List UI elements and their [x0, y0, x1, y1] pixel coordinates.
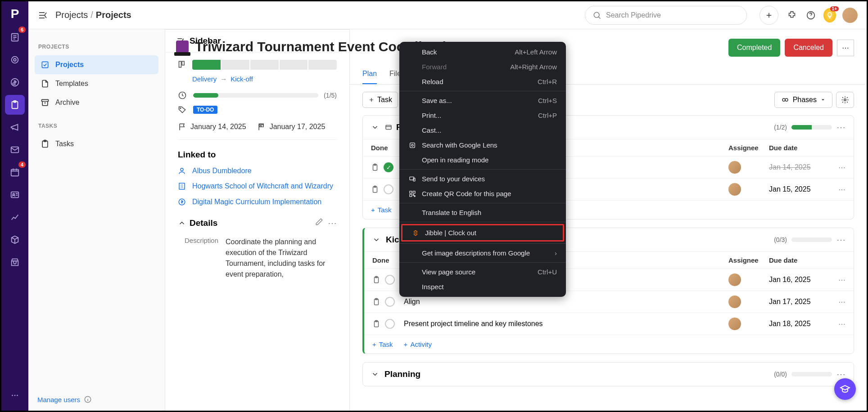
rail-mail[interactable]: [5, 140, 25, 160]
rail-projects[interactable]: [5, 95, 25, 115]
rail-activities[interactable]: 4: [5, 162, 25, 182]
check-open-icon[interactable]: [385, 319, 395, 329]
row-more[interactable]: ⋯: [827, 320, 845, 328]
ctx-back[interactable]: BackAlt+Left Arrow: [399, 45, 566, 59]
linked-deal[interactable]: Digital Magic Curriculum Implementation: [178, 197, 337, 207]
svg-rect-31: [386, 125, 391, 130]
rail-marketplace[interactable]: [5, 252, 25, 272]
more-icon[interactable]: ⋯: [328, 218, 337, 228]
row-more[interactable]: ⋯: [827, 163, 845, 172]
rail-leads[interactable]: 6: [5, 27, 25, 47]
phases-button[interactable]: Phases: [774, 92, 832, 108]
clipboard-icon: [372, 298, 380, 306]
tasks-icon: [40, 139, 50, 149]
ctx-reading-mode[interactable]: Open in reading mode: [399, 152, 566, 167]
sidebar-item-templates[interactable]: Templates: [35, 74, 158, 93]
deal-icon: [178, 198, 187, 206]
assignee-avatar[interactable]: [728, 161, 741, 174]
check-done-icon[interactable]: ✓: [384, 162, 393, 172]
phase-more[interactable]: ⋯: [836, 234, 845, 245]
end-date: January 17, 2025: [257, 122, 326, 131]
svg-rect-47: [413, 191, 415, 193]
sidebar-item-projects[interactable]: Projects: [35, 55, 158, 74]
menu-toggle-icon[interactable]: [37, 10, 48, 21]
ctx-google-lens[interactable]: Search with Google Lens: [399, 138, 566, 152]
ctx-reload[interactable]: ReloadCtrl+R: [399, 74, 566, 89]
ctx-translate[interactable]: Translate to English: [399, 205, 566, 220]
svg-point-12: [17, 395, 18, 396]
task-row[interactable]: Present project timeline and key milesto…: [364, 313, 854, 335]
plus-icon: [765, 11, 773, 19]
row-more[interactable]: ⋯: [827, 298, 845, 306]
completed-button[interactable]: Completed: [728, 39, 780, 57]
tag-badge[interactable]: TO-DO: [193, 106, 217, 114]
projects-icon: [40, 60, 50, 70]
assignee-avatar[interactable]: [728, 183, 741, 196]
linked-org[interactable]: Hogwarts School of Witchcraft and Wizard…: [178, 181, 337, 191]
add-activity-link[interactable]: + Activity: [404, 340, 432, 348]
rail-products[interactable]: [5, 230, 25, 250]
rail-insights[interactable]: [5, 207, 25, 227]
rail-focus[interactable]: [5, 50, 25, 70]
phase-more[interactable]: ⋯: [836, 122, 845, 133]
ctx-cast[interactable]: Cast...: [399, 123, 566, 138]
ctx-print[interactable]: Print...Ctrl+P: [399, 108, 566, 123]
chevron-down-icon: [820, 97, 826, 103]
ctx-qr-code[interactable]: Create QR Code for this page: [399, 186, 566, 201]
row-more[interactable]: ⋯: [827, 185, 845, 194]
ctx-jibble[interactable]: Jibble | Clock out: [402, 225, 563, 240]
rail-deals[interactable]: [5, 72, 25, 92]
ctx-view-source[interactable]: View page sourceCtrl+U: [399, 264, 566, 279]
logo[interactable]: P: [11, 7, 19, 21]
svg-rect-20: [179, 61, 181, 67]
chevron-down-icon[interactable]: [372, 236, 380, 244]
check-open-icon[interactable]: [385, 297, 395, 307]
sidebar-item-tasks[interactable]: Tasks: [35, 134, 158, 153]
ctx-forward: ForwardAlt+Right Arrow: [399, 59, 566, 74]
extensions-icon[interactable]: [786, 9, 798, 22]
sidebar-item-archive[interactable]: Archive: [35, 93, 158, 112]
more-actions-button[interactable]: ⋯: [837, 40, 854, 56]
stage-to[interactable]: Kick-off: [231, 75, 253, 83]
nav-rail: P 6 4: [1, 1, 28, 411]
edit-icon[interactable]: [315, 218, 323, 226]
add-task-link[interactable]: + Task: [372, 340, 393, 348]
ctx-send-devices[interactable]: Send to your devices: [399, 171, 566, 186]
canceled-button[interactable]: Canceled: [785, 39, 832, 57]
row-more[interactable]: ⋯: [827, 276, 845, 284]
assignee-avatar[interactable]: [728, 273, 741, 286]
chevron-down-icon[interactable]: [371, 123, 379, 131]
linked-person[interactable]: Albus Dumbledore: [178, 166, 337, 176]
ctx-inspect[interactable]: Inspect: [399, 279, 566, 294]
help-fab[interactable]: [834, 378, 856, 400]
svg-point-23: [180, 108, 181, 109]
phase-icon: [384, 123, 393, 131]
rail-more[interactable]: [5, 385, 25, 405]
user-avatar[interactable]: [842, 8, 858, 23]
breadcrumb-parent[interactable]: Projects: [55, 10, 88, 20]
add-task-button[interactable]: Task: [362, 92, 398, 108]
breadcrumb: Projects/Projects: [55, 10, 131, 20]
assignee-avatar[interactable]: [728, 318, 741, 330]
chevron-down-icon[interactable]: [371, 370, 379, 378]
ctx-save-as[interactable]: Save as...Ctrl+S: [399, 93, 566, 108]
check-open-icon[interactable]: [384, 184, 393, 194]
svg-rect-42: [410, 143, 415, 148]
rail-campaigns[interactable]: [5, 117, 25, 137]
help-icon[interactable]: [805, 9, 817, 22]
add-button[interactable]: [760, 6, 778, 25]
tips-icon[interactable]: 1+: [823, 9, 836, 22]
rail-contacts[interactable]: [5, 185, 25, 205]
stage-from[interactable]: Delivery: [192, 75, 217, 83]
tab-plan[interactable]: Plan: [362, 64, 377, 84]
add-task-link[interactable]: + Task: [371, 206, 392, 214]
check-open-icon[interactable]: [385, 275, 395, 285]
lens-icon: [408, 142, 416, 149]
clipboard-icon: [371, 185, 379, 193]
settings-button[interactable]: [836, 92, 854, 108]
assignee-avatar[interactable]: [728, 296, 741, 308]
search-input[interactable]: Search Pipedrive: [585, 6, 747, 25]
details-header[interactable]: Details ⋯: [178, 218, 337, 228]
ctx-image-descriptions[interactable]: Get image descriptions from Google›: [399, 246, 566, 260]
manage-users-link[interactable]: Manage users: [37, 395, 92, 403]
